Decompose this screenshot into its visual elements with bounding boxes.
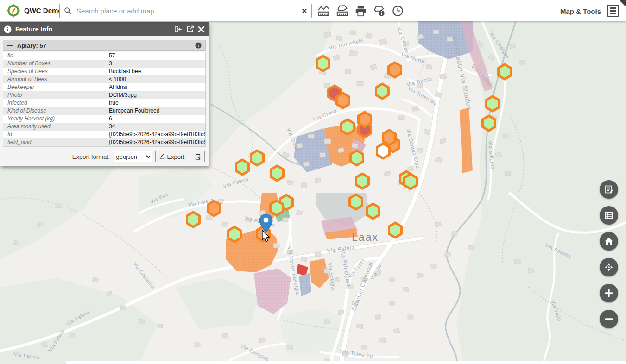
apiary-marker[interactable] xyxy=(377,144,390,158)
measure-line-icon[interactable] xyxy=(317,4,330,17)
attribute-row: Kind of DiseaseEuropean Foulbreed xyxy=(3,107,205,115)
apiary-marker[interactable] xyxy=(271,201,283,215)
attribute-table: fid57Number of Boxes3Species of BeesBuck… xyxy=(3,52,206,147)
apiary-marker[interactable] xyxy=(389,63,401,77)
attribute-row: Number of Boxes3 xyxy=(3,60,205,68)
report-icon[interactable] xyxy=(600,180,618,199)
print-icon[interactable] xyxy=(354,4,367,17)
apiary-marker[interactable] xyxy=(187,212,200,227)
feature-section-header[interactable]: Apiary: 57 xyxy=(3,40,206,51)
dock-icon[interactable] xyxy=(174,25,183,33)
export-button[interactable]: Export xyxy=(155,151,188,162)
attribute-row: Species of BeesBuckfast bee xyxy=(3,68,205,75)
attribute-row: fid57 xyxy=(3,52,205,60)
apiary-marker[interactable] xyxy=(367,204,379,219)
attribute-row: PhotoDCIM/3.jpg xyxy=(3,91,205,99)
map-tools-menu[interactable]: Map & Tools xyxy=(560,7,601,15)
apiary-marker[interactable] xyxy=(356,174,369,188)
time-icon[interactable] xyxy=(391,4,404,17)
export-download-icon xyxy=(159,153,165,160)
apiary-marker[interactable] xyxy=(341,119,354,134)
attribute-row: Id{0235be9c-2026-42ac-a99c-f9e8183fc602} xyxy=(3,131,205,138)
export-format-label: Export format: xyxy=(72,153,110,160)
attribute-row: field_uuid{0235be9c-2026-42ac-a99c-f9e81… xyxy=(3,138,205,146)
search-box[interactable]: ✕ xyxy=(59,4,312,18)
apiary-marker[interactable] xyxy=(228,227,241,242)
apiary-marker[interactable] xyxy=(271,166,284,181)
search-icon xyxy=(64,7,72,15)
place-label: Laax xyxy=(352,231,379,243)
close-icon[interactable] xyxy=(198,26,205,33)
locate-icon[interactable] xyxy=(600,258,618,276)
clear-search-icon[interactable]: ✕ xyxy=(301,7,307,15)
apiary-marker[interactable] xyxy=(487,96,499,111)
feature-info-titlebar[interactable]: Feature Info xyxy=(0,22,209,36)
apiary-marker[interactable] xyxy=(251,151,264,165)
attribute-row: Area mostly used34 xyxy=(3,123,205,131)
detach-icon[interactable] xyxy=(186,25,194,33)
export-format-select[interactable]: geojson xyxy=(114,151,152,162)
apiary-marker[interactable] xyxy=(376,84,389,99)
copy-clipboard-icon xyxy=(195,153,201,160)
apiary-marker[interactable] xyxy=(317,56,329,71)
copy-clipboard-button[interactable] xyxy=(191,151,205,162)
corner-fold xyxy=(619,0,626,7)
attribute-table-icon[interactable] xyxy=(600,206,618,225)
apiary-marker[interactable] xyxy=(405,174,417,189)
identify-region-icon[interactable] xyxy=(373,4,386,17)
apiary-marker[interactable] xyxy=(208,201,221,216)
apiary-marker[interactable] xyxy=(383,130,396,145)
apiary-marker[interactable] xyxy=(359,112,371,127)
feature-info-icon[interactable] xyxy=(195,42,202,49)
feature-info-panel: Feature Info Ap xyxy=(0,22,209,166)
zoom-out-icon[interactable] xyxy=(600,310,618,328)
panel-title: Feature Info xyxy=(15,25,174,33)
feature-section-title: Apiary: 57 xyxy=(17,42,195,49)
apiary-marker[interactable] xyxy=(350,195,362,209)
measure-area-icon[interactable] xyxy=(335,4,348,17)
apiary-marker[interactable] xyxy=(483,116,495,131)
app-title: QWC Demo xyxy=(24,6,63,14)
apiary-marker[interactable] xyxy=(236,160,249,175)
attribute-row: Infectedtrue xyxy=(3,99,205,107)
collapse-icon[interactable] xyxy=(7,45,13,46)
attribute-row: Yearly Harvest (kg)6 xyxy=(3,115,205,123)
search-input[interactable] xyxy=(76,6,297,15)
qwc-logo-icon xyxy=(6,4,20,18)
attribution-bar xyxy=(66,361,626,364)
zoom-in-icon[interactable] xyxy=(600,284,618,302)
export-bar: Export format: geojson Export xyxy=(0,147,209,166)
attribute-row: Amount of Bees< 1000 xyxy=(3,75,205,83)
top-bar: QWC Demo ✕ xyxy=(0,0,626,21)
apiary-marker[interactable] xyxy=(499,64,511,79)
apiary-marker[interactable] xyxy=(351,151,363,165)
attribute-row: BeekeeperAl Idrisi xyxy=(3,83,205,91)
apiary-marker[interactable] xyxy=(389,223,402,238)
apiary-marker[interactable] xyxy=(337,93,349,108)
menu-icon[interactable] xyxy=(607,5,619,17)
home-icon[interactable] xyxy=(600,232,618,251)
info-icon xyxy=(4,25,12,33)
